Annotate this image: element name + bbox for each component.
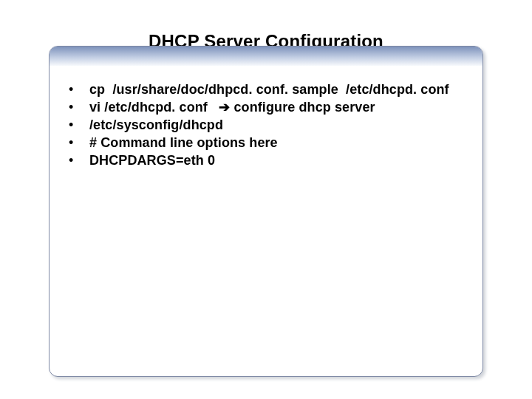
list-item: • /etc/sysconfig/dhcpd [69,116,472,134]
list-item: • cp /usr/share/doc/dhpcd. conf. sample … [69,81,472,98]
bullet-list: • cp /usr/share/doc/dhpcd. conf. sample … [60,81,472,169]
arrow-icon: ➔ [219,100,230,115]
list-item-text: vi /etc/dhcpd. conf ➔ configure dhcp ser… [89,98,472,116]
bullet-icon: • [69,151,73,169]
list-item-text: cp /usr/share/doc/dhpcd. conf. sample /e… [89,81,472,98]
list-item-text-before: vi /etc/dhcpd. conf [89,100,219,115]
list-item: • vi /etc/dhcpd. conf ➔ configure dhcp s… [69,98,472,116]
list-item: • # Command line options here [69,134,472,151]
list-item-text: # Command line options here [89,134,472,151]
bullet-icon: • [69,81,73,98]
list-item: • DHCPDARGS=eth 0 [69,151,472,169]
list-item-text: /etc/sysconfig/dhcpd [89,116,472,134]
bullet-icon: • [69,134,73,151]
bullet-icon: • [69,98,73,116]
content-area: • cp /usr/share/doc/dhpcd. conf. sample … [60,81,472,366]
list-item-text-after: configure dhcp server [230,100,375,115]
list-item-text: DHCPDARGS=eth 0 [89,151,472,169]
content-card: • cp /usr/share/doc/dhpcd. conf. sample … [49,46,483,377]
bullet-icon: • [69,116,73,134]
